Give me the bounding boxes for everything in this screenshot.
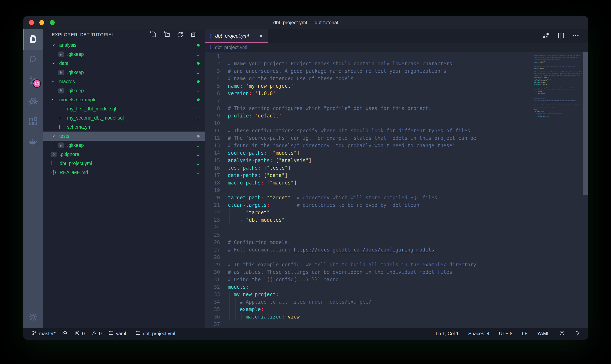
breadcrumb[interactable]: ! dbt_project.yml: [205, 43, 588, 52]
git-file-icon: [58, 88, 66, 93]
refresh-button[interactable]: [177, 31, 184, 39]
tree-item-my-second-dbt-model-sql[interactable]: ≡my_second_dbt_model.sqlU: [43, 113, 205, 122]
tree-item--gitignore[interactable]: .gitignoreU: [43, 150, 205, 159]
tree-item-tests[interactable]: tests: [43, 131, 205, 141]
activity-item-debug[interactable]: [23, 91, 43, 112]
tab-dbt-project-yml[interactable]: ! dbt_project.yml ×: [205, 29, 268, 43]
minimap-line: [534, 102, 582, 104]
collapse-all-button[interactable]: [190, 31, 198, 39]
tree-item-readme-md[interactable]: README.mdU: [43, 168, 205, 177]
git-status-badge: U: [196, 124, 200, 130]
tree-item-dbt-project-yml[interactable]: !dbt_project.ymlU: [43, 159, 205, 168]
vertical-scrollbar[interactable]: [583, 52, 588, 195]
line-number: 32: [205, 283, 220, 291]
activity-item-docker[interactable]: [23, 132, 43, 153]
tree-item-analysis[interactable]: analysis: [43, 40, 205, 50]
git-status-badge: U: [196, 70, 200, 75]
tree-item--gitkeep[interactable]: .gitkeepU: [43, 141, 205, 150]
minimap-line: my_new_project:: [534, 110, 582, 112]
tree-item--gitkeep[interactable]: .gitkeepU: [43, 68, 205, 77]
more-actions-icon[interactable]: [572, 32, 580, 40]
status-active-file[interactable]: dbt_project.yml: [135, 330, 175, 337]
activity-item-source-control[interactable]: 11: [23, 70, 43, 91]
tab-bar: ! dbt_project.yml ×: [205, 29, 588, 43]
status-cursor-position[interactable]: Ln 1, Col 1: [436, 331, 459, 337]
git-status-badge: U: [196, 106, 200, 111]
code-line: my_new_project:: [220, 291, 588, 298]
tree-item-label: models / example: [59, 97, 97, 103]
line-number: 24: [205, 224, 220, 231]
traffic-lights: [29, 16, 55, 29]
tree-item-data[interactable]: data: [43, 59, 205, 68]
line-number: 3: [205, 67, 220, 75]
status-feedback[interactable]: [559, 330, 565, 337]
tree-item-label: my_first_dbt_model.sql: [67, 106, 116, 112]
status-git-branch[interactable]: master*: [31, 330, 56, 337]
minimap-line: version: '1.0.0': [534, 62, 582, 64]
minimap-line: profile: 'default': [534, 67, 582, 69]
yaml-warning-icon: !: [58, 124, 66, 130]
search-icon: [28, 54, 38, 65]
code-line: analysis-paths: ["analysis"]: [220, 157, 588, 164]
status-errors-text: 0: [82, 331, 85, 337]
code-line: models:: [220, 283, 588, 291]
activity-item-explorer[interactable]: [23, 29, 43, 50]
tree-item-schema-yml[interactable]: !schema.ymlU: [43, 122, 205, 131]
files-icon: [28, 34, 38, 45]
open-changes-icon[interactable]: [542, 32, 550, 40]
new-folder-button[interactable]: [163, 31, 170, 39]
minimize-window-button[interactable]: [39, 20, 44, 25]
activity-item-search[interactable]: [23, 50, 43, 70]
error-icon: [74, 330, 80, 337]
minimap-line: # This setting configures which "profile…: [534, 65, 582, 67]
status-warnings[interactable]: 0: [91, 330, 102, 337]
status-bar: master*00yaml |dbt_project.yml Ln 1, Col…: [23, 328, 588, 340]
status-language-mode[interactable]: YAML: [537, 331, 550, 337]
tab-close-icon[interactable]: ×: [260, 33, 263, 39]
status-notifications[interactable]: [574, 330, 580, 337]
close-window-button[interactable]: [29, 20, 34, 25]
status-active-file-text: dbt_project.yml: [143, 331, 175, 337]
code-editor[interactable]: 1234567891011121314151617181920212223242…: [205, 52, 588, 328]
tree-item-label: analysis: [59, 42, 76, 48]
git-status-badge: U: [196, 170, 200, 175]
code-line: profile: 'default': [220, 112, 588, 119]
explorer-title: EXPLORER: DBT-TUTORIAL: [52, 32, 114, 38]
new-file-button[interactable]: [149, 31, 157, 39]
status-problems-yaml[interactable]: yaml |: [108, 330, 129, 337]
indent-guide: [235, 306, 236, 313]
status-encoding[interactable]: UTF-8: [499, 331, 513, 337]
tree-item-label: dbt_project.yml: [60, 161, 92, 166]
tree-item-label: .gitkeep: [67, 70, 84, 75]
line-number: 12: [205, 134, 220, 142]
git-modified-dot: [197, 135, 200, 138]
line-number: 4: [205, 75, 220, 82]
tree-item-models-example[interactable]: models / example: [43, 95, 205, 104]
status-errors[interactable]: 0: [74, 330, 85, 337]
minimap-line: materialized: view: [534, 116, 582, 118]
minimap[interactable]: # Name your project! Project names shoul…: [534, 53, 582, 119]
code-line: [220, 119, 588, 127]
tree-item--gitkeep[interactable]: .gitkeepU: [43, 50, 205, 59]
docker-icon: [28, 137, 38, 148]
code-line: # as tables. These settings can be overr…: [220, 268, 588, 276]
tree-item--gitkeep[interactable]: .gitkeepU: [43, 86, 205, 95]
code-pane[interactable]: # Name your project! Project names shoul…: [220, 52, 588, 328]
minimap-line: [534, 64, 582, 65]
tree-item-macros[interactable]: macros: [43, 77, 205, 86]
minimap-line: # as tables. These settings can be overr…: [534, 105, 582, 107]
branch-icon: [31, 330, 37, 337]
zoom-window-button[interactable]: [50, 20, 55, 25]
breadcrumb-file[interactable]: dbt_project.yml: [215, 45, 247, 50]
status-publish-changes[interactable]: [62, 330, 68, 337]
minimap-line: example:: [534, 114, 582, 116]
status-language-mode-text: YAML: [537, 331, 550, 337]
activity-item-settings[interactable]: [23, 307, 43, 328]
code-line: clean-targets: # directories to be remov…: [220, 201, 588, 209]
tree-item-my-first-dbt-model-sql[interactable]: ≡my_first_dbt_model.sqlU: [43, 104, 205, 113]
split-editor-icon[interactable]: [557, 32, 565, 40]
yaml-warning-icon: !: [51, 161, 58, 166]
activity-item-extensions[interactable]: [23, 112, 43, 132]
status-indentation[interactable]: Spaces: 4: [468, 331, 489, 337]
status-eol[interactable]: LF: [522, 331, 528, 337]
